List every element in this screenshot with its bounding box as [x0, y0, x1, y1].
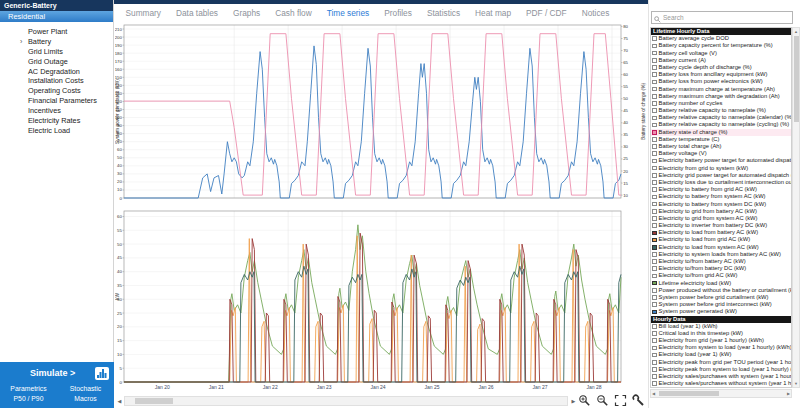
list-item-battery-maximum-charge-at-temperature-ah[interactable]: Battery maximum charge at temperature (A… [651, 86, 791, 93]
checkbox[interactable] [652, 331, 657, 336]
settings-wrench-icon[interactable] [630, 393, 646, 408]
list-item-battery-relative-capacity-to-nameplate[interactable]: Battery relative capacity to nameplate (… [651, 107, 791, 114]
checkbox[interactable] [652, 202, 657, 207]
tab-profiles[interactable]: Profiles [377, 8, 420, 18]
checkbox[interactable] [652, 367, 657, 372]
list-item-electricity-to-battery-from-grid-ac-kw[interactable]: Electricity to battery from grid AC (kW) [651, 186, 791, 193]
sidebar-item-incentives[interactable]: Incentives [0, 106, 113, 116]
list-item-electricity-to-from-battery-ac-kw[interactable]: Electricity to/from battery AC (kW) [651, 258, 791, 265]
checkbox[interactable] [652, 195, 657, 200]
list-item-electricity-load-year-1-kw[interactable]: Electricity load (year 1) (kW) [651, 351, 791, 358]
v-scrollbar-thumb[interactable] [794, 36, 799, 122]
checkbox[interactable] [652, 295, 657, 300]
list-item-electricity-to-from-battery-dc-kw[interactable]: Electricity to/from battery DC (kW) [651, 265, 791, 272]
list-item-electricity-to-battery-from-system-dc-kw[interactable]: Electricity to battery from system DC (k… [651, 201, 791, 208]
scroll-up-icon[interactable]: ▲ [793, 29, 799, 34]
list-item-electricity-sales-purchases-with-system-year-1-hourly[interactable]: Electricity sales/purchases with system … [651, 373, 791, 380]
list-scroll-right-icon[interactable]: ▶ [787, 391, 790, 397]
search-input[interactable] [663, 14, 783, 21]
list-item-battery-number-of-cycles[interactable]: Battery number of cycles [651, 100, 791, 107]
checkbox[interactable] [652, 281, 657, 286]
list-item-system-power-before-grid-curtailment-kw[interactable]: System power before grid curtailment (kW… [651, 294, 791, 301]
list-item-battery-cell-voltage-v[interactable]: Battery cell voltage (V) [651, 50, 791, 57]
list-item-electricity-to-load-from-grid-ac-kw[interactable]: Electricity to load from grid AC (kW) [651, 236, 791, 243]
checkbox[interactable] [652, 166, 657, 171]
sidebar-item-financial-parameters[interactable]: Financial Parameters [0, 96, 113, 106]
checkbox[interactable] [652, 87, 657, 92]
tab-notices[interactable]: Notices [574, 8, 617, 18]
list-item-battery-total-charge-ah[interactable]: Battery total charge (Ah) [651, 143, 791, 150]
p50-p90-button[interactable]: P50 / P90 [0, 395, 57, 402]
series-list-h-scrollbar[interactable]: ◀ ▶ [650, 389, 792, 398]
list-item-electricity-to-load-from-system-ac-kw[interactable]: Electricity to load from system AC (kW) [651, 244, 791, 251]
checkbox[interactable] [652, 159, 657, 164]
checkbox[interactable] [652, 144, 657, 149]
zoom-in-icon[interactable] [576, 393, 592, 408]
sidebar-item-installation-costs[interactable]: Installation Costs [0, 76, 113, 86]
tab-cash-flow[interactable]: Cash flow [268, 8, 319, 18]
checkbox[interactable] [652, 72, 657, 77]
tab-summary[interactable]: Summary [118, 8, 169, 18]
sidebar-item-grid-limits[interactable]: Grid Limits [0, 47, 113, 57]
list-item-system-power-generated-kw[interactable]: System power generated (kW) [651, 308, 791, 315]
checkbox[interactable] [652, 130, 657, 135]
list-item-electricity-peak-from-grid-per-tou-period-year-1-hourly-kw[interactable]: Electricity peak from grid per TOU perio… [651, 359, 791, 366]
sidebar-item-battery[interactable]: ›Battery [0, 37, 113, 47]
sidebar-item-ac-degradation[interactable]: AC Degradation [0, 67, 113, 77]
checkbox[interactable] [652, 223, 657, 228]
checkbox[interactable] [652, 173, 657, 178]
checkbox[interactable] [652, 266, 657, 271]
list-item-lifetime-electricity-load-kw[interactable]: Lifetime electricity load (kW) [651, 280, 791, 287]
list-item-battery-relative-capacity-to-nameplate-calendar[interactable]: Battery relative capacity to nameplate (… [651, 114, 791, 121]
chart-h-scrollbar[interactable] [124, 396, 568, 406]
list-item-electricity-sales-purchases-without-system-year-1-hourly[interactable]: Electricity sales/purchases without syst… [651, 380, 791, 387]
list-section-header-lifetime-hourly-data[interactable]: Lifetime Hourly Data [651, 28, 791, 35]
checkbox[interactable] [652, 151, 657, 156]
checkbox[interactable] [652, 245, 657, 250]
checkbox[interactable] [652, 187, 657, 192]
zoom-out-icon[interactable] [594, 393, 610, 408]
checkbox[interactable] [652, 353, 657, 358]
list-item-critical-load-in-this-timestep-kw[interactable]: Critical load in this timestep (kW) [651, 330, 791, 337]
list-item-power-produced-without-the-battery-or-curtailment-kw[interactable]: Power produced without the battery or cu… [651, 287, 791, 294]
list-item-battery-maximum-charge-with-degradation-ah[interactable]: Battery maximum charge with degradation … [651, 93, 791, 100]
list-item-electricity-from-system-to-load-year-1-hourly-kwh[interactable]: Electricity from system to load (year 1 … [651, 344, 791, 351]
list-item-electricity-to-system-loads-from-battery-ac-kw[interactable]: Electricity to system loads from battery… [651, 251, 791, 258]
list-item-electricity-battery-power-target-for-automated-dispatch-kw[interactable]: Electricity battery power target for aut… [651, 157, 791, 164]
stochastic-button[interactable]: Stochastic [57, 385, 114, 392]
simulate-button[interactable]: Simulate > [30, 368, 75, 378]
series-list-v-scrollbar[interactable]: ▲ ▼ [792, 27, 800, 388]
search-box[interactable] [651, 11, 793, 24]
checkbox[interactable] [652, 51, 657, 56]
scroll-left-icon[interactable]: ◀ [115, 396, 124, 406]
sidebar-item-electric-load[interactable]: Electric Load [0, 126, 113, 136]
checkbox[interactable] [652, 302, 657, 307]
list-item-battery-loss-from-ancillary-equipment-kw[interactable]: Battery loss from ancillary equipment (k… [651, 71, 791, 78]
list-item-electricity-to-load-from-battery-ac-kw[interactable]: Electricity to load from battery AC (kW) [651, 229, 791, 236]
sidebar-item-operating-costs[interactable]: Operating Costs [0, 86, 113, 96]
sidebar-item-residential[interactable]: Residential [0, 11, 113, 22]
checkbox[interactable] [652, 310, 657, 315]
list-item-electricity-from-grid-to-system-kw[interactable]: Electricity from grid to system (kW) [651, 165, 791, 172]
sidebar-item-grid-outage[interactable]: Grid Outage [0, 57, 113, 67]
list-item-system-power-before-grid-interconnect-kw[interactable]: System power before grid interconnect (k… [651, 301, 791, 308]
checkbox[interactable] [652, 274, 657, 279]
checkbox[interactable] [652, 80, 657, 85]
chart-h-scrollbar-thumb[interactable] [135, 398, 173, 404]
checkbox[interactable] [652, 381, 657, 386]
checkbox[interactable] [652, 259, 657, 264]
list-item-battery-average-cycle-dod[interactable]: Battery average cycle DOD [651, 35, 791, 42]
checkbox[interactable] [652, 65, 657, 70]
sidebar-item-power-plant[interactable]: Power Plant [0, 27, 113, 37]
expander-chevron-icon[interactable]: › [20, 37, 22, 47]
checkbox[interactable] [652, 108, 657, 113]
list-item-electricity-to-grid-from-battery-ac-kw[interactable]: Electricity to grid from battery AC (kW) [651, 208, 791, 215]
checkbox[interactable] [652, 209, 657, 214]
tab-graphs[interactable]: Graphs [225, 8, 267, 18]
sidebar-item-electricity-rates[interactable]: Electricity Rates [0, 116, 113, 126]
checkbox[interactable] [652, 288, 657, 293]
list-h-scrollbar-thumb[interactable] [659, 391, 719, 396]
checkbox[interactable] [652, 36, 657, 41]
checkbox[interactable] [652, 180, 657, 185]
list-item-battery-cycle-depth-of-discharge[interactable]: Battery cycle depth of discharge (%) [651, 64, 791, 71]
